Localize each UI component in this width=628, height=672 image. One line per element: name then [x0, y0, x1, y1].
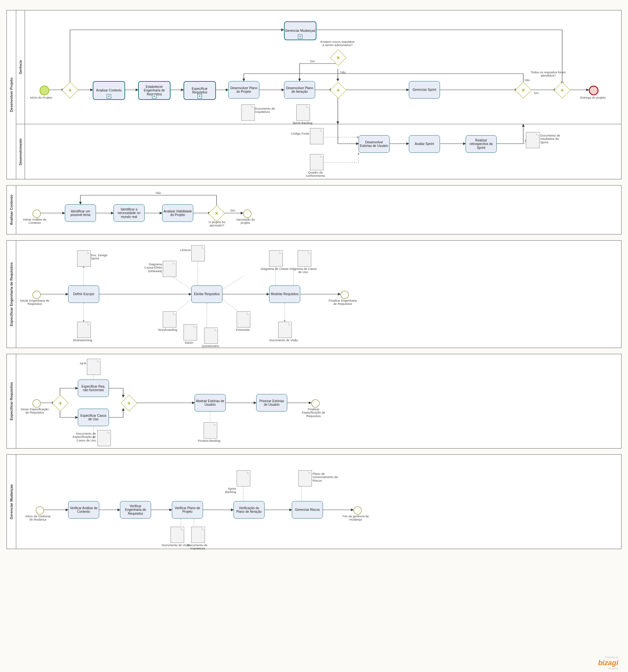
task-desenvolver-estorias[interactable]: Desenvolver Estórias de Usuário [359, 135, 390, 153]
doc-lexicos[interactable] [191, 245, 205, 261]
doc-visao[interactable] [171, 527, 184, 543]
doc-diagrama-casos-uso[interactable] [298, 250, 311, 267]
gateway-parallel-start[interactable] [62, 82, 78, 99]
gateway-aprovado[interactable] [209, 205, 225, 222]
doc-product-backlog[interactable] [203, 422, 217, 438]
doc-cf-label: Código Fonte [290, 132, 309, 135]
task-verificar-plano-iteracao[interactable]: Verificação do Plano de Iteração [234, 501, 265, 519]
task-label: Especificar Requisitos [184, 87, 215, 94]
pool-especificar-requisitos: Especificar Requisitos Iniciar Especific… [6, 354, 622, 449]
doc-nfr[interactable] [87, 359, 100, 375]
task-elicitar-requisitos[interactable]: Elicitar Requisitos [191, 285, 222, 303]
doc-sb-label: Sprint Backlog [217, 487, 236, 494]
task-identificar-necessidade[interactable]: Identificar a necessidade no mundo real [114, 204, 145, 222]
doc-arquitetura[interactable] [191, 527, 205, 543]
doc-visao[interactable] [278, 322, 292, 338]
task-verificar-analise-contexto[interactable]: Verificar Análise de Contexto [68, 501, 99, 519]
start-label: Início da Gerência de Mudança [23, 515, 52, 522]
task-gerenciar-riscos[interactable]: Gerenciar Riscos [292, 501, 323, 519]
doc-questionario[interactable] [204, 328, 218, 344]
doc-plano-ger-riscos[interactable] [298, 470, 312, 486]
doc-drs-label: Documento de resultados da Sprint [540, 134, 563, 144]
subproc-analisar-contexto[interactable]: Analisar Contexto [93, 81, 125, 100]
doc-lex-label: Léxicos [174, 248, 191, 252]
doc-diagrama-classe[interactable] [269, 250, 283, 267]
task-modelar-requisitos[interactable]: Modelar Requisitos [269, 285, 300, 303]
task-req-nao-funcionais[interactable]: Especificar Req. não funcionais [78, 380, 109, 397]
pool-title-text: Analisar Contexto [9, 195, 13, 225]
lane-body: Início da Gerência de Mudança Verificar … [16, 455, 621, 549]
edge-sim: Sim [310, 60, 315, 63]
gateway-join[interactable] [121, 395, 138, 412]
task-label: Analisar Viabilidade do Projeto [163, 210, 192, 217]
task-label: Especificar Casos de Uso [79, 414, 108, 421]
task-label: Verificar Análise de Contexto [69, 506, 98, 514]
pool-title: Especificar Requisitos [7, 354, 16, 448]
doc-ishikawa[interactable] [163, 261, 176, 277]
task-label: Elicitar Requisitos [194, 292, 219, 296]
end-label: Finalizar Engenharia de Requisitos [328, 299, 357, 306]
subproc-estabelecer-eng-req[interactable]: Estabelecer Engenharia de Requisitos [138, 81, 171, 100]
doc-que-label: Questionário [196, 344, 225, 348]
gateway-novos-requisitos[interactable] [330, 50, 346, 66]
doc-dv-label: Documento de Visão [269, 339, 298, 342]
task-label: Especificar Req. não funcionais [79, 385, 108, 392]
task-label: Desenvolver Estórias de Usuário [360, 140, 389, 148]
gateway-split[interactable] [52, 395, 69, 412]
q-aprovado: O projeto foi aprovado? [202, 220, 232, 227]
end-event[interactable] [311, 399, 320, 408]
task-casos-de-uso[interactable]: Especificar Casos de Uso [78, 409, 109, 426]
q-novos-req: Existem novos requisitos a serem adicion… [320, 40, 355, 47]
pool-title: Analisar Contexto [7, 186, 16, 234]
task-identificar-tema[interactable]: Identificar um possível tema [65, 204, 96, 222]
doc-arquitetura[interactable] [241, 104, 255, 121]
end-label: Entrega do projeto [578, 96, 608, 99]
doc-quadro-conhecimento[interactable] [310, 154, 323, 170]
task-verificar-eng-req[interactable]: Verificar Engenharia de Requisitos [120, 501, 151, 519]
end-event[interactable] [589, 86, 599, 95]
doc-espec-casos-uso[interactable] [97, 430, 111, 446]
doc-arq-label: Documento de Arquitetura [255, 107, 277, 114]
start-label: Início do Projeto [27, 96, 56, 99]
subproc-gerenciar-mudancas[interactable]: Gerenciar Mudanças [284, 21, 316, 40]
doc-entrevista[interactable] [237, 311, 250, 328]
subproc-especificar-req[interactable]: Especificar Requisitos [184, 81, 216, 100]
task-retrospectiva-sprint[interactable]: Realizar retrospectiva da Sprint [465, 135, 497, 153]
end-event[interactable] [340, 291, 349, 299]
doc-sprint-backlog[interactable] [296, 104, 310, 121]
q-todos-req: Todos os requisitos foram atendidos? [530, 71, 566, 77]
edge-sim: Sim [230, 209, 235, 212]
task-gerenciar-sprint[interactable]: Gerenciar Sprint [409, 81, 440, 99]
start-event[interactable] [32, 210, 41, 218]
end-event[interactable] [354, 506, 362, 515]
lane-desenvolvimento: Código Fonte Quadro de conhecimento Dese… [25, 124, 621, 179]
gateway-parallel-end[interactable] [554, 82, 571, 99]
task-desenvolver-plano-iteracao[interactable]: Desenvolver Plano de Iteração [284, 81, 315, 99]
edge-sim2: Sim [534, 92, 539, 95]
task-verificar-plano-projeto[interactable]: Verificar Plano de Projeto [172, 501, 203, 519]
doc-sprint-backlog[interactable] [237, 470, 250, 486]
task-priorizar-estorias[interactable]: Priorizar Estórias de Usuário [256, 394, 287, 412]
edge-nao2: Não [525, 78, 530, 82]
doc-5w2h[interactable] [184, 324, 197, 340]
gateway-todos-requisitos[interactable] [515, 82, 532, 99]
doc-storyboarding[interactable] [163, 311, 176, 328]
doc-resultados-sprint[interactable] [526, 132, 539, 148]
start-event[interactable] [32, 291, 41, 299]
start-event[interactable] [36, 506, 44, 515]
doc-pgr-label: Plano de Gerenciamento de Riscos [313, 472, 338, 482]
start-event[interactable] [32, 399, 41, 408]
end-label: Finalizar Especificação de Requisitos [299, 408, 328, 418]
task-desenvolver-plano-projeto[interactable]: Desenvolver Plano do Projeto [228, 81, 259, 99]
gateway-parallel-split[interactable] [330, 82, 346, 99]
task-avaliar-sprint[interactable]: Avaliar Sprint [409, 135, 440, 153]
start-event[interactable] [40, 86, 49, 95]
task-analisar-viabilidade[interactable]: Analisar Viabilidade do Projeto [162, 204, 193, 222]
start-label: Iniciar Especificação de Requisitos [20, 408, 49, 414]
task-definir-escopo[interactable]: Definir Escopo [68, 285, 99, 303]
doc-codigo-fonte[interactable] [310, 128, 323, 144]
task-abstrair-estorias[interactable]: Abstrair Estórias de Usuário [195, 394, 226, 412]
doc-brainstorming[interactable] [77, 322, 91, 338]
end-event[interactable] [243, 210, 251, 218]
doc-design-sprint[interactable] [77, 250, 91, 267]
